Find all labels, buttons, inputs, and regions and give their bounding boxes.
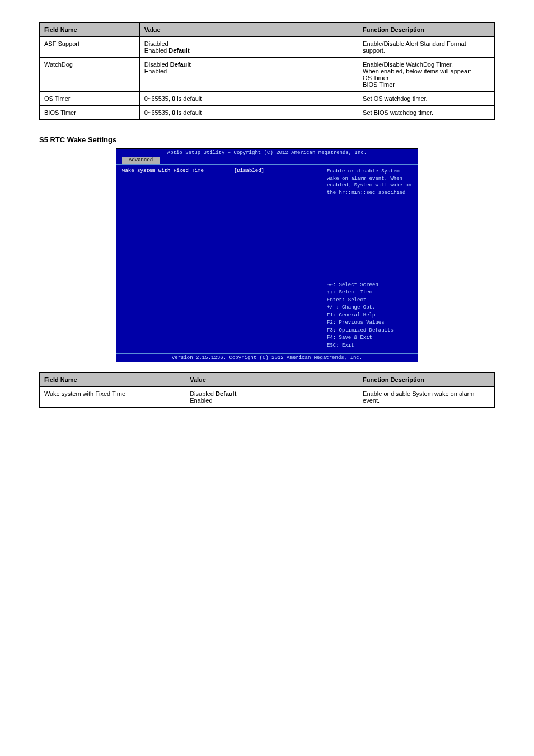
- bios-key-line: +/-: Change Opt.: [327, 304, 413, 312]
- table-row: WatchDogDisabled DefaultEnabledEnable/Di…: [40, 58, 495, 92]
- bios-window: Aptio Setup Utility – Copyright (C) 2012…: [116, 148, 418, 362]
- bios-screenshot: Aptio Setup Utility – Copyright (C) 2012…: [39, 148, 495, 362]
- bios-key-line: F4: Save & Exit: [327, 334, 413, 342]
- bios-setting-row[interactable]: Wake system with Fixed Time [Disabled]: [122, 168, 316, 174]
- bios-body: Wake system with Fixed Time [Disabled] E…: [116, 164, 418, 354]
- cell-description: Enable or disable System wake on alarm e…: [358, 387, 495, 408]
- bios-title: Aptio Setup Utility – Copyright (C) 2012…: [116, 149, 418, 156]
- col-description: Function Description: [358, 23, 495, 37]
- bios-footer: Version 2.15.1236. Copyright (C) 2012 Am…: [116, 354, 418, 362]
- cell-description: Set OS watchdog timer.: [358, 92, 495, 106]
- bios-key-line: F1: General Help: [327, 312, 413, 320]
- bios-key-line: Enter: Select: [327, 297, 413, 305]
- section-title: S5 RTC Wake Settings: [39, 136, 495, 144]
- bios-key-line: F2: Previous Values: [327, 319, 413, 327]
- bios-help-text: Enable or disable System wake on alarm e…: [327, 168, 413, 196]
- cell-field-name: BIOS Timer: [40, 106, 140, 120]
- cell-description: Enable/Disable WatchDog Timer.When enabl…: [358, 58, 495, 92]
- cell-description: Set BIOS watchdog timer.: [358, 106, 495, 120]
- bios-help-panel: Enable or disable System wake on alarm e…: [322, 165, 418, 353]
- bios-key-line: ↑↓: Select Item: [327, 289, 413, 297]
- cell-value: 0~65535, 0 is default: [139, 106, 358, 120]
- table-row: ASF SupportDisabledEnabled DefaultEnable…: [40, 37, 495, 58]
- table-header-row: Field Name Value Function Description: [40, 23, 495, 37]
- bios-key-line: F3: Optimized Defaults: [327, 327, 413, 335]
- spec-table-2: Field Name Value Function Description Wa…: [39, 372, 495, 408]
- table-header-row: Field Name Value Function Description: [40, 373, 495, 387]
- bios-setting-label: Wake system with Fixed Time: [122, 168, 234, 174]
- col-field-name: Field Name: [40, 373, 185, 387]
- cell-field-name: Wake system with Fixed Time: [40, 387, 185, 408]
- bios-tab-advanced[interactable]: Advanced: [122, 157, 160, 164]
- col-value: Value: [185, 373, 358, 387]
- cell-field-name: ASF Support: [40, 37, 140, 58]
- bios-key-legend: →←: Select Screen↑↓: Select ItemEnter: S…: [327, 282, 413, 350]
- table-row: Wake system with Fixed TimeDisabled Defa…: [40, 387, 495, 408]
- cell-value: Disabled DefaultEnabled: [139, 58, 358, 92]
- col-description: Function Description: [358, 373, 495, 387]
- bios-setting-value: [Disabled]: [234, 168, 264, 174]
- cell-value: Disabled DefaultEnabled: [185, 387, 358, 408]
- bios-tabbar: Advanced: [116, 157, 418, 164]
- cell-value: DisabledEnabled Default: [139, 37, 358, 58]
- col-value: Value: [139, 23, 358, 37]
- spec-table-1: Field Name Value Function Description AS…: [39, 22, 495, 120]
- cell-description: Enable/Disable Alert Standard Format sup…: [358, 37, 495, 58]
- bios-key-line: →←: Select Screen: [327, 282, 413, 290]
- cell-value: 0~65535, 0 is default: [139, 92, 358, 106]
- bios-key-line: ESC: Exit: [327, 342, 413, 350]
- cell-field-name: WatchDog: [40, 58, 140, 92]
- table-row: OS Timer0~65535, 0 is defaultSet OS watc…: [40, 92, 495, 106]
- bios-main-panel: Wake system with Fixed Time [Disabled]: [116, 165, 322, 353]
- table-row: BIOS Timer0~65535, 0 is defaultSet BIOS …: [40, 106, 495, 120]
- cell-field-name: OS Timer: [40, 92, 140, 106]
- col-field-name: Field Name: [40, 23, 140, 37]
